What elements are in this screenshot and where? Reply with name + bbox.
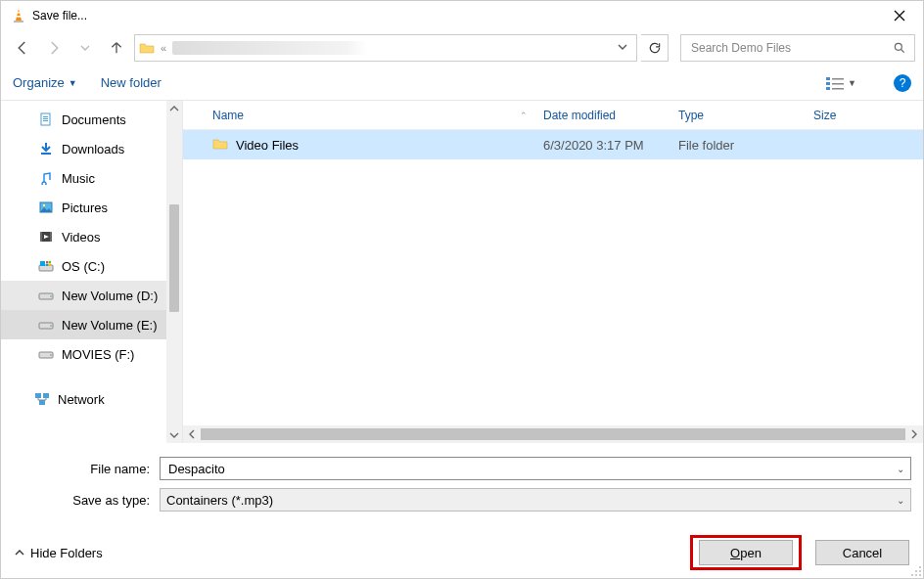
open-button[interactable]: Open [699,540,793,565]
chevron-down-icon: ▼ [848,78,856,88]
file-type: File folder [670,138,806,153]
tree-label: Videos [62,230,101,245]
search-input[interactable] [689,40,893,56]
svg-rect-27 [49,264,51,266]
svg-rect-12 [43,116,48,117]
view-mode-button[interactable]: ▼ [826,76,856,90]
window-title: Save file... [32,9,87,22]
file-name: Video Files [236,138,299,153]
file-name-field-wrap[interactable]: ⌄ [160,457,911,480]
resize-grip-icon[interactable] [910,565,922,577]
organize-button[interactable]: Organize ▼ [13,75,77,90]
column-label: Type [678,109,704,122]
svg-rect-20 [50,232,52,242]
music-icon [38,170,54,186]
column-headers: Name ⌃ Date modified Type Size [183,101,923,130]
tree-item-videos[interactable]: Videos [1,222,182,251]
drive-icon [38,317,54,333]
horizontal-scrollbar[interactable] [183,425,923,443]
chevron-up-icon [15,546,24,560]
tree-label: Pictures [62,200,108,215]
svg-rect-15 [41,153,51,155]
file-name-label: File name: [13,462,160,476]
refresh-button[interactable] [641,34,669,62]
hide-folders-label: Hide Folders [30,546,103,560]
svg-rect-3 [14,21,23,22]
tree-item-network[interactable]: Network [1,384,182,414]
tree-item-volume-e[interactable]: New Volume (E:) [1,310,182,339]
column-label: Date modified [543,109,616,122]
up-button[interactable] [103,34,130,62]
help-button[interactable]: ? [894,74,911,92]
svg-rect-26 [46,264,48,266]
forward-button[interactable] [40,34,68,62]
tree-label: Network [58,392,105,407]
scroll-right-icon[interactable] [905,425,923,443]
back-button[interactable] [9,34,36,62]
column-size[interactable]: Size [806,101,923,129]
tree-item-pictures[interactable]: Pictures [1,193,182,222]
scroll-thumb[interactable] [201,428,905,440]
breadcrumb-chevrons: « [161,42,166,54]
search-box[interactable] [680,34,915,62]
new-folder-label: New folder [101,75,162,90]
svg-rect-19 [40,232,42,242]
svg-rect-1 [17,12,20,14]
save-as-type-select[interactable]: Containers (*.mp3) ⌄ [160,488,911,512]
column-date[interactable]: Date modified [535,101,670,129]
file-row[interactable]: Video Files 6/3/2020 3:17 PM File folder [183,130,923,159]
tree-item-movies-f[interactable]: MOVIES (F:) [1,339,182,369]
svg-point-42 [919,574,921,576]
svg-rect-10 [832,88,844,90]
column-label: Name [212,109,244,122]
sort-indicator-icon: ⌃ [520,111,528,120]
tree-item-volume-d[interactable]: New Volume (D:) [1,281,182,310]
scroll-down-icon[interactable] [166,427,182,443]
svg-point-41 [915,574,917,576]
svg-rect-34 [35,393,41,398]
address-drop-icon[interactable] [613,41,632,55]
file-name-input[interactable] [166,461,897,477]
svg-rect-13 [43,118,48,119]
save-as-type-value: Containers (*.mp3) [166,493,897,508]
svg-rect-25 [49,261,51,263]
chevron-down-icon: ⌄ [897,495,904,506]
tree-item-music[interactable]: Music [1,163,182,193]
search-icon [893,41,906,55]
svg-point-17 [43,204,45,206]
new-folder-button[interactable]: New folder [101,75,162,90]
svg-point-29 [50,295,52,297]
close-button[interactable] [880,1,919,30]
cancel-button[interactable]: Cancel [815,540,909,565]
recent-locations-button[interactable] [71,34,99,62]
tree-item-downloads[interactable]: Downloads [1,134,182,163]
scroll-up-icon[interactable] [166,101,182,116]
svg-rect-2 [17,16,22,18]
column-name[interactable]: Name ⌃ [205,101,535,129]
svg-rect-35 [43,393,49,398]
tree-item-os-c[interactable]: OS (C:) [1,251,182,281]
column-type[interactable]: Type [670,101,806,129]
chevron-down-icon[interactable]: ⌄ [897,464,904,474]
toolbar: Organize ▼ New folder ▼ ? [1,66,923,101]
address-bar[interactable]: « [134,34,637,62]
chevron-down-icon: ▼ [69,78,77,88]
svg-rect-14 [43,120,48,121]
scroll-thumb[interactable] [169,204,179,312]
folder-icon [139,40,155,56]
file-date: 6/3/2020 3:17 PM [535,138,670,153]
svg-point-4 [895,43,901,50]
svg-marker-0 [16,9,22,21]
tree-scrollbar[interactable] [166,101,182,443]
tree-label: Music [62,171,95,186]
svg-point-31 [50,325,52,327]
svg-rect-5 [826,77,830,80]
hide-folders-button[interactable]: Hide Folders [15,546,103,560]
svg-rect-8 [832,78,844,80]
save-as-type-label: Save as type: [13,493,160,508]
scroll-left-icon[interactable] [183,425,201,443]
address-path [172,41,607,55]
tree-item-documents[interactable]: Documents [1,105,182,134]
svg-rect-36 [39,400,45,405]
tree-label: New Volume (D:) [62,289,158,303]
